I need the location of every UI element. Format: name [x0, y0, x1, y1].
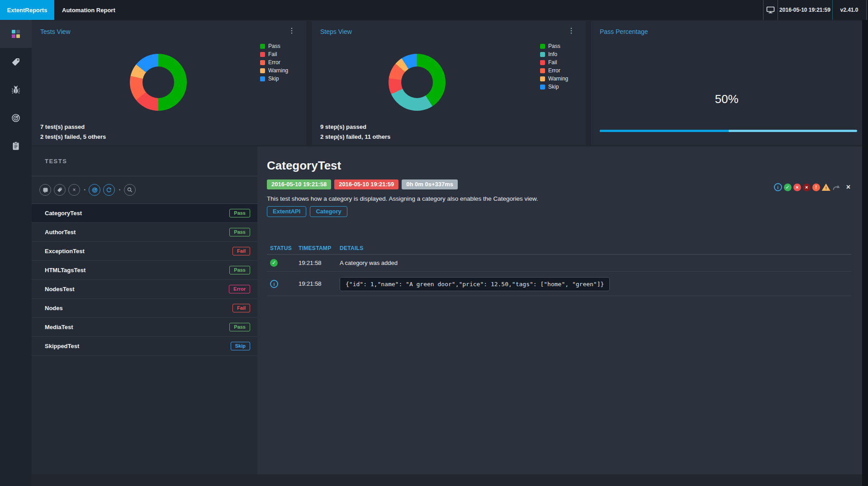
- legend-swatch: [540, 76, 545, 81]
- fatal-filter-icon[interactable]: ×: [803, 184, 811, 191]
- detail-time-badges: 2016-05-10 19:21:58 2016-05-10 19:21:59 …: [267, 179, 461, 189]
- log-table: STATUS TIMESTAMP DETAILS ✓ 19:21:58 A ca…: [267, 242, 851, 296]
- legend-swatch: [260, 44, 265, 49]
- sidebar-item-tracking[interactable]: [0, 104, 32, 132]
- test-list-item[interactable]: NodesTest Error: [32, 280, 257, 299]
- status-badge: Error: [229, 285, 250, 293]
- close-detail-icon[interactable]: ×: [846, 183, 850, 191]
- steps-view-card: Steps View ⋮ Pass Info Fail Error Warnin…: [312, 21, 586, 145]
- pass-percentage-bar: [600, 130, 857, 132]
- top-navbar: ExtentReports Automation Report 2016-05-…: [0, 0, 868, 20]
- tests-legend: Pass Fail Error Warning Skip: [260, 44, 288, 85]
- detail-description: This test shows how a category is displa…: [267, 195, 538, 202]
- pass-percentage-card: Pass Percentage 50%: [591, 21, 862, 145]
- skip-filter-icon[interactable]: [832, 184, 841, 191]
- category-tag[interactable]: Category: [310, 206, 347, 217]
- pass-percentage-value: 50%: [591, 92, 862, 106]
- search-button[interactable]: [124, 184, 136, 196]
- end-time-badge: 2016-05-10 19:21:59: [334, 179, 398, 189]
- steps-legend: Pass Info Fail Error Warning Skip: [540, 44, 568, 93]
- status-badge: Fail: [232, 304, 250, 312]
- detail-test-title: CategoryTest: [267, 159, 341, 173]
- error-filter-icon[interactable]: !: [812, 184, 820, 191]
- toolbar-separator: ·: [84, 186, 86, 194]
- timestamp-column-header: TIMESTAMP: [299, 245, 340, 251]
- legend-swatch: [540, 60, 545, 65]
- log-code-block: {"id": 1,"name": "A green door","price":…: [340, 277, 610, 291]
- log-timestamp: 19:21:58: [299, 260, 340, 266]
- legend-swatch: [260, 60, 265, 65]
- dartboard-icon: [92, 187, 98, 193]
- legend-swatch: [260, 52, 265, 57]
- legend-swatch: [540, 44, 545, 49]
- test-list-item[interactable]: SkippedTest Skip: [32, 337, 257, 356]
- legend-item: Error: [540, 68, 568, 73]
- legend-item: Pass: [260, 44, 288, 49]
- brand-logo[interactable]: ExtentReports: [0, 0, 54, 20]
- status-filter-icon: [43, 188, 48, 193]
- legend-item: Fail: [540, 60, 568, 65]
- test-list-item[interactable]: CategoryTest Pass: [32, 204, 257, 223]
- card-title: Steps View: [320, 28, 352, 35]
- steps-donut-chart: [389, 54, 446, 111]
- tests-list-panel: TESTS × · · CategoryTest Pass AuthorTest…: [32, 146, 257, 474]
- status-badge: Pass: [229, 323, 250, 331]
- legend-item: Info: [540, 52, 568, 57]
- steps-passed-summary: 9 step(s) passed: [320, 123, 366, 130]
- left-sidebar: [0, 20, 32, 486]
- status-badge: Fail: [232, 247, 250, 255]
- right-gutter: [862, 20, 868, 486]
- clear-icon: ×: [72, 187, 76, 193]
- kebab-menu-icon[interactable]: ⋮: [288, 27, 295, 34]
- warning-filter-icon[interactable]: !: [822, 184, 830, 191]
- fail-filter-icon[interactable]: ×: [793, 184, 801, 191]
- info-filter-icon[interactable]: i: [774, 183, 782, 191]
- tests-donut-chart: [130, 54, 187, 111]
- report-timestamp: 2016-05-10 19:21:59: [778, 0, 832, 20]
- dashboard-grid-icon: [12, 30, 20, 38]
- test-list-item[interactable]: AuthorTest Pass: [32, 223, 257, 242]
- version-label: v2.41.0: [832, 0, 866, 20]
- category-tag[interactable]: ExtentAPI: [267, 206, 306, 217]
- search-icon: [127, 187, 133, 193]
- display-toggle-button[interactable]: [763, 0, 778, 20]
- toolbar-separator: ·: [119, 186, 121, 194]
- pass-status-icon: ✓: [270, 259, 278, 267]
- detail-status-filters: i ✓ × × ! ! ×: [774, 183, 850, 191]
- test-list-item[interactable]: HTMLTagsTest Pass: [32, 261, 257, 280]
- clipboard-icon: [12, 142, 20, 151]
- log-table-header: STATUS TIMESTAMP DETAILS: [267, 242, 851, 255]
- dashboard-toggle-button[interactable]: [89, 184, 100, 196]
- card-title: Tests View: [40, 28, 71, 35]
- details-column-header: DETAILS: [340, 245, 851, 251]
- sidebar-item-categories[interactable]: [0, 48, 32, 76]
- status-badge: Pass: [229, 209, 250, 217]
- refresh-button[interactable]: [103, 184, 115, 196]
- legend-swatch: [540, 68, 545, 73]
- test-detail-panel: CategoryTest 2016-05-10 19:21:58 2016-05…: [257, 146, 862, 474]
- status-filter-button[interactable]: [39, 184, 51, 196]
- legend-swatch: [540, 52, 545, 57]
- tests-failed-summary: 2 test(s) failed, 5 others: [40, 133, 106, 140]
- clear-filters-button[interactable]: ×: [68, 184, 80, 196]
- test-list-item[interactable]: Nodes Fail: [32, 299, 257, 318]
- tag-icon: [11, 57, 20, 66]
- sidebar-item-clipboard[interactable]: [0, 132, 32, 160]
- category-filter-button[interactable]: [54, 184, 66, 196]
- tests-panel-title: TESTS: [32, 146, 257, 176]
- tests-toolbar: × · ·: [32, 176, 257, 204]
- test-list-item[interactable]: ExceptionTest Fail: [32, 242, 257, 261]
- tests-view-card: Tests View ⋮ Pass Fail Error Warning Ski…: [32, 21, 306, 145]
- kebab-menu-icon[interactable]: ⋮: [568, 27, 575, 34]
- legend-item: Fail: [260, 52, 288, 57]
- tag-icon: [57, 187, 62, 193]
- sidebar-item-bugs[interactable]: [0, 76, 32, 104]
- legend-item: Skip: [260, 76, 288, 81]
- navbar-divider: [866, 0, 867, 20]
- status-badge: Pass: [229, 228, 250, 236]
- status-column-header: STATUS: [267, 245, 299, 251]
- test-list-item[interactable]: MediaTest Pass: [32, 318, 257, 337]
- pass-filter-icon[interactable]: ✓: [784, 184, 792, 191]
- legend-swatch: [260, 68, 265, 73]
- sidebar-item-dashboard[interactable]: [0, 20, 32, 48]
